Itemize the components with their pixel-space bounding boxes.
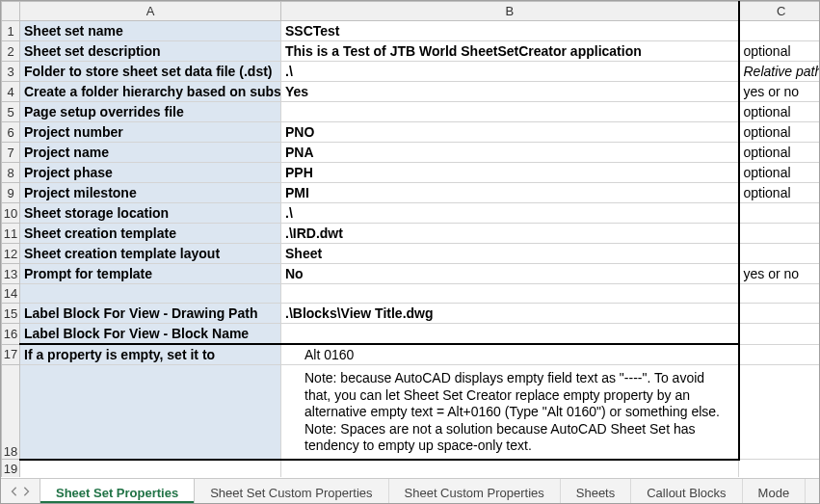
- cell-C14[interactable]: [739, 284, 820, 304]
- cell-B12[interactable]: Sheet: [281, 244, 739, 264]
- row-header-12[interactable]: 12: [2, 244, 20, 264]
- cell-C1[interactable]: [739, 21, 820, 41]
- property-hint: yes or no: [740, 264, 820, 283]
- row-header-7[interactable]: 7: [2, 143, 20, 163]
- cell-C3[interactable]: Relative path:: [739, 62, 820, 82]
- tab-mode[interactable]: Mode: [743, 479, 807, 503]
- cell-A2[interactable]: Sheet set description: [20, 41, 281, 62]
- property-hint: [740, 212, 820, 214]
- cell-C2[interactable]: optional: [739, 41, 820, 62]
- cell-A11[interactable]: Sheet creation template: [20, 224, 281, 244]
- tab-sheets[interactable]: Sheets: [561, 479, 631, 503]
- cell-A1[interactable]: Sheet set name: [20, 21, 281, 41]
- note-text: Note: because AutoCAD displays empty fie…: [281, 367, 738, 459]
- cell-A3[interactable]: Folder to store sheet set data file (.ds…: [20, 62, 281, 82]
- select-all-corner[interactable]: [2, 2, 20, 21]
- cell-A9[interactable]: Project milestone: [20, 183, 281, 203]
- property-value: .\Blocks\View Title.dwg: [281, 304, 738, 323]
- row-header-3[interactable]: 3: [2, 62, 20, 82]
- cell-C7[interactable]: optional: [739, 143, 820, 163]
- cell-A14[interactable]: [20, 284, 281, 304]
- cell-C9[interactable]: optional: [739, 183, 820, 203]
- table-row: 1Sheet set nameSSCTest: [2, 21, 820, 41]
- cell-A5[interactable]: Page setup overrides file: [20, 102, 281, 122]
- cell-A17[interactable]: If a property is empty, set it to: [20, 344, 281, 365]
- row-header-6[interactable]: 6: [2, 122, 20, 143]
- tab-next-icon[interactable]: [22, 487, 30, 496]
- tab-nav-buttons[interactable]: [1, 479, 40, 503]
- cell-B14[interactable]: [281, 284, 739, 304]
- tab-prev-icon[interactable]: [11, 487, 18, 496]
- cell-A18[interactable]: [20, 365, 281, 460]
- row-header-18[interactable]: 18: [2, 365, 20, 460]
- grid-area[interactable]: A B C 1Sheet set nameSSCTest2Sheet set d…: [1, 1, 819, 477]
- property-label: Folder to store sheet set data file (.ds…: [20, 62, 280, 81]
- tab-callout-blocks[interactable]: Callout Blocks: [631, 479, 742, 503]
- row-header-4[interactable]: 4: [2, 82, 20, 102]
- cell-B13[interactable]: No: [281, 264, 739, 284]
- cell-A12[interactable]: Sheet creation template layout: [20, 244, 281, 264]
- cell-B7[interactable]: PNA: [281, 143, 739, 163]
- cell-B16[interactable]: [281, 324, 739, 345]
- cell-A19[interactable]: [20, 460, 281, 478]
- col-header-C[interactable]: C: [739, 2, 820, 21]
- cell-A10[interactable]: Sheet storage location: [20, 203, 281, 224]
- cell-B6[interactable]: PNO: [281, 122, 739, 143]
- row-header-2[interactable]: 2: [2, 41, 20, 62]
- cell-B9[interactable]: PMI: [281, 183, 739, 203]
- property-label: Project name: [20, 143, 280, 162]
- cell-B8[interactable]: PPH: [281, 163, 739, 183]
- cell-B15[interactable]: .\Blocks\View Title.dwg: [281, 304, 739, 324]
- cell-C15[interactable]: [739, 304, 820, 324]
- row-header-13[interactable]: 13: [2, 264, 20, 284]
- cell-C12[interactable]: [739, 244, 820, 264]
- row-header-14[interactable]: 14: [2, 284, 20, 304]
- cell-B10[interactable]: .\: [281, 203, 739, 224]
- cell-C13[interactable]: yes or no: [739, 264, 820, 284]
- cell-A6[interactable]: Project number: [20, 122, 281, 143]
- cell-A13[interactable]: Prompt for template: [20, 264, 281, 284]
- row-header-1[interactable]: 1: [2, 21, 20, 41]
- tab-sheet-set-custom-properties[interactable]: Sheet Set Custom Properties: [195, 479, 388, 503]
- row-header-9[interactable]: 9: [2, 183, 20, 203]
- col-header-A[interactable]: A: [20, 2, 281, 21]
- table-row: 6Project numberPNOoptional: [2, 122, 820, 143]
- cell-C4[interactable]: yes or no: [739, 82, 820, 102]
- tab-sheet-custom-properties[interactable]: Sheet Custom Properties: [389, 479, 561, 503]
- cell-C17[interactable]: [739, 344, 820, 365]
- cell-B18[interactable]: Note: because AutoCAD displays empty fie…: [281, 365, 739, 460]
- row-header-15[interactable]: 15: [2, 304, 20, 324]
- row-header-19[interactable]: 19: [2, 460, 20, 478]
- cell-B2[interactable]: This is a Test of JTB World SheetSetCrea…: [281, 41, 739, 62]
- cell-B17[interactable]: Alt 0160: [281, 344, 739, 365]
- cell-A4[interactable]: Create a folder hierarchy based on subse…: [20, 82, 281, 102]
- cell-A8[interactable]: Project phase: [20, 163, 281, 183]
- cell-B4[interactable]: Yes: [281, 82, 739, 102]
- cell-B3[interactable]: .\: [281, 62, 739, 82]
- table-row: 18Note: because AutoCAD displays empty f…: [2, 365, 820, 460]
- cell-B5[interactable]: [281, 102, 739, 122]
- row-header-8[interactable]: 8: [2, 163, 20, 183]
- cell-C6[interactable]: optional: [739, 122, 820, 143]
- cell-C5[interactable]: optional: [739, 102, 820, 122]
- col-header-B[interactable]: B: [281, 2, 739, 21]
- cell-C8[interactable]: optional: [739, 163, 820, 183]
- row-header-16[interactable]: 16: [2, 324, 20, 345]
- cell-C11[interactable]: [739, 224, 820, 244]
- cell-B1[interactable]: SSCTest: [281, 21, 739, 41]
- cell-C16[interactable]: [739, 324, 820, 345]
- property-hint: optional: [740, 163, 820, 182]
- cell-A7[interactable]: Project name: [20, 143, 281, 163]
- cell-A15[interactable]: Label Block For View - Drawing Path: [20, 304, 281, 324]
- row-header-10[interactable]: 10: [2, 203, 20, 224]
- row-header-5[interactable]: 5: [2, 102, 20, 122]
- row-header-17[interactable]: 17: [2, 344, 20, 365]
- tab-sheet-set-properties[interactable]: Sheet Set Properties: [40, 479, 195, 503]
- cell-C10[interactable]: [739, 203, 820, 224]
- cell-C19[interactable]: [739, 460, 820, 478]
- cell-B19[interactable]: [281, 460, 739, 478]
- cell-B11[interactable]: .\IRD.dwt: [281, 224, 739, 244]
- cell-A16[interactable]: Label Block For View - Block Name: [20, 324, 281, 345]
- cell-C18[interactable]: [739, 365, 820, 460]
- row-header-11[interactable]: 11: [2, 224, 20, 244]
